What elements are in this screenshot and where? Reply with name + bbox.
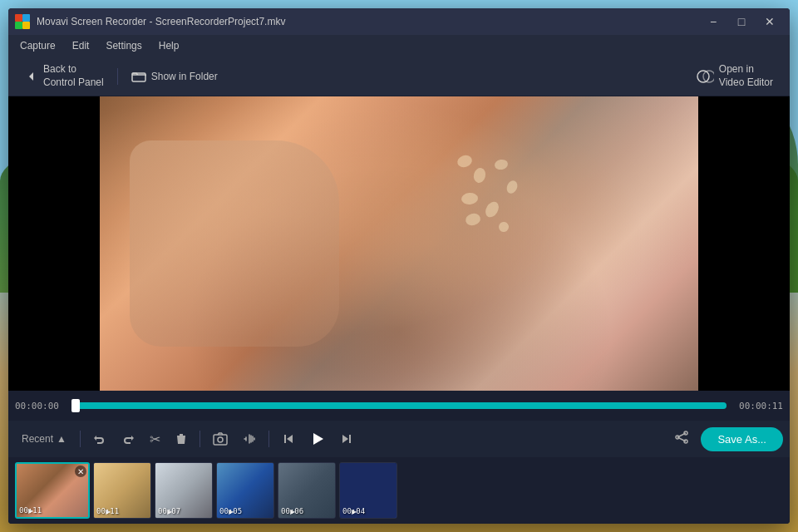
thumb-close-1[interactable]: ✕ — [75, 466, 86, 477]
window-controls: − □ ✕ — [700, 8, 783, 35]
thumb-inner-1: ✕ ▶ 00:11 — [17, 464, 88, 517]
controls-separator-2 — [200, 431, 200, 447]
hand-overlay — [130, 140, 339, 347]
back-label-line1: Back to — [43, 63, 104, 76]
svg-rect-2 — [15, 22, 22, 29]
screenshot-button[interactable] — [207, 427, 234, 451]
svg-rect-0 — [15, 14, 22, 22]
undo-button[interactable] — [87, 427, 112, 451]
folder-icon — [131, 70, 146, 83]
recent-button[interactable]: Recent ▲ — [15, 430, 73, 448]
thumb-inner-4: ▶ 00:05 — [217, 463, 273, 518]
thumb-duration-2: 00:11 — [96, 507, 119, 515]
svg-marker-9 — [313, 433, 323, 445]
recent-label: Recent — [22, 433, 53, 445]
editor-label-line2: Video Editor — [719, 76, 773, 90]
video-preview — [100, 96, 698, 391]
back-arrow-icon — [25, 70, 38, 83]
open-in-editor-button[interactable]: Open in Video Editor — [686, 58, 783, 94]
delete-button[interactable] — [170, 427, 193, 451]
controls-separator-3 — [268, 431, 269, 447]
thumbnail-5[interactable]: ▶ 00:06 — [278, 462, 336, 519]
show-folder-label: Show in Folder — [151, 71, 218, 82]
thumb-inner-6: ▶ 00:04 — [340, 463, 397, 518]
timeline: 00:00:00 00:00:11 — [8, 391, 790, 421]
thumbnail-6[interactable]: ▶ 00:04 — [339, 462, 397, 519]
svg-line-13 — [677, 433, 686, 437]
minimize-button[interactable]: − — [700, 8, 727, 35]
menu-bar: Capture Edit Settings Help — [8, 35, 790, 57]
svg-rect-7 — [214, 435, 227, 445]
show-in-folder-button[interactable]: Show in Folder — [121, 65, 228, 88]
title-bar: Movavi Screen Recorder - ScreenRecorderP… — [8, 8, 790, 35]
back-label-line2: Control Panel — [43, 76, 104, 90]
thumb-duration-1: 00:11 — [19, 506, 42, 515]
audio-button[interactable] — [237, 427, 262, 451]
close-button[interactable]: ✕ — [756, 8, 783, 35]
thumbnail-2[interactable]: ▶ 00:11 — [93, 462, 151, 519]
thumbnail-1[interactable]: ✕ ▶ 00:11 — [15, 462, 90, 519]
thumb-duration-4: 00:05 — [219, 507, 242, 515]
video-editor-icon — [696, 69, 714, 84]
thumbnail-strip: ✕ ▶ 00:11 ▶ 00:11 ▶ 00:07 — [8, 457, 790, 524]
thumbnail-3[interactable]: ▶ 00:07 — [155, 462, 213, 519]
svg-rect-3 — [22, 22, 30, 29]
video-area — [8, 96, 790, 391]
cut-button[interactable]: ✂ — [144, 426, 166, 452]
toolbar: Back to Control Panel Show in Folder — [8, 57, 790, 96]
redo-button[interactable] — [116, 427, 140, 451]
controls-separator-1 — [80, 431, 81, 447]
menu-capture[interactable]: Capture — [12, 37, 64, 54]
editor-label-line1: Open in — [719, 63, 773, 76]
timeline-handle[interactable] — [71, 399, 80, 412]
thumb-duration-6: 00:04 — [342, 507, 365, 515]
thumb-inner-3: ▶ 00:07 — [155, 463, 212, 518]
toolbar-separator-1 — [117, 68, 118, 85]
app-window: Movavi Screen Recorder - ScreenRecorderP… — [8, 8, 790, 524]
timeline-track[interactable] — [71, 402, 727, 409]
time-end: 00:00:11 — [733, 401, 783, 411]
window-title: Movavi Screen Recorder - ScreenRecorderP… — [37, 16, 700, 27]
thumb-duration-3: 00:07 — [158, 507, 180, 515]
svg-rect-1 — [22, 14, 30, 22]
light-pattern — [449, 155, 549, 239]
save-as-button[interactable]: Save As... — [701, 427, 783, 451]
play-button[interactable] — [304, 426, 331, 451]
thumbnail-4[interactable]: ▶ 00:05 — [216, 462, 274, 519]
svg-line-14 — [677, 437, 686, 441]
thumb-inner-5: ▶ 00:06 — [278, 463, 335, 518]
time-start: 00:00:00 — [15, 401, 65, 411]
svg-point-8 — [218, 437, 223, 442]
back-to-control-panel-button[interactable]: Back to Control Panel — [15, 58, 114, 94]
thumb-inner-2: ▶ 00:11 — [94, 463, 150, 518]
maximize-button[interactable]: □ — [728, 8, 755, 35]
skip-forward-button[interactable] — [334, 427, 359, 451]
menu-edit[interactable]: Edit — [64, 37, 98, 54]
menu-settings[interactable]: Settings — [97, 37, 150, 54]
thumb-duration-5: 00:06 — [281, 507, 303, 515]
skip-back-button[interactable] — [276, 427, 301, 451]
app-icon — [15, 14, 30, 29]
share-button[interactable] — [666, 426, 697, 453]
controls-bar: Recent ▲ ✂ — [8, 421, 790, 457]
chevron-up-icon: ▲ — [57, 433, 66, 445]
timeline-progress — [71, 402, 727, 409]
menu-help[interactable]: Help — [150, 37, 188, 54]
